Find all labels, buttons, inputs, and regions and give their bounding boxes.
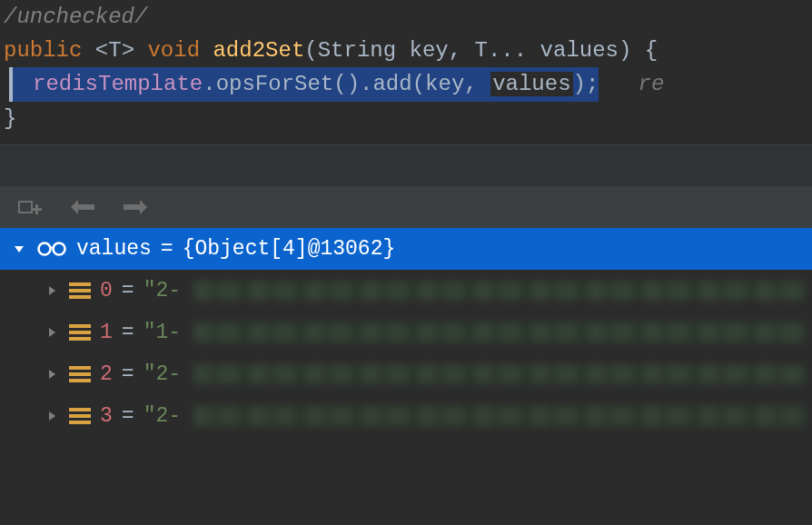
forward-arrow-icon[interactable] bbox=[122, 198, 151, 216]
debug-variables-panel[interactable]: values = {Object[4]@13062} 0 = "2- 1 = "… bbox=[0, 228, 812, 437]
collapse-arrow-icon[interactable] bbox=[11, 241, 27, 257]
array-index: 2 bbox=[100, 362, 113, 386]
array-icon bbox=[69, 408, 91, 424]
code-editor[interactable]: /unchecked/ public <T> void add2Set(Stri… bbox=[0, 0, 812, 135]
redacted-value bbox=[193, 281, 807, 301]
code-line-method-signature: public <T> void add2Set(String key, T...… bbox=[0, 34, 812, 67]
debug-array-item[interactable]: 2 = "2- bbox=[0, 353, 812, 395]
debug-toolbar bbox=[0, 186, 812, 228]
debug-array-item[interactable]: 0 = "2- bbox=[0, 270, 812, 312]
debug-var-root[interactable]: values = {Object[4]@13062} bbox=[0, 228, 812, 270]
redacted-value bbox=[193, 406, 807, 426]
equals-sign: = bbox=[161, 237, 173, 261]
debug-array-item[interactable]: 3 = "2- bbox=[0, 395, 812, 437]
debug-array-item[interactable]: 1 = "1- bbox=[0, 312, 812, 353]
panel-divider[interactable] bbox=[0, 144, 812, 186]
svg-point-3 bbox=[54, 243, 65, 254]
expand-arrow-icon[interactable] bbox=[44, 324, 60, 341]
string-prefix: "1- bbox=[144, 321, 181, 344]
string-prefix: "2- bbox=[144, 362, 181, 386]
redacted-value bbox=[193, 364, 807, 384]
redacted-value bbox=[193, 322, 807, 342]
var-name: values bbox=[76, 237, 152, 261]
expand-arrow-icon[interactable] bbox=[44, 282, 60, 299]
array-index: 3 bbox=[100, 404, 113, 428]
inline-hint: re bbox=[639, 72, 665, 96]
array-icon bbox=[69, 324, 91, 341]
array-icon bbox=[69, 282, 91, 299]
expand-arrow-icon[interactable] bbox=[44, 366, 60, 382]
expand-arrow-icon[interactable] bbox=[44, 408, 60, 424]
new-watch-icon[interactable] bbox=[16, 197, 42, 217]
code-line-brace: } bbox=[0, 102, 812, 135]
string-prefix: "2- bbox=[144, 404, 181, 428]
var-type: {Object[4]@13062} bbox=[183, 237, 396, 261]
code-comment: /unchecked/ bbox=[0, 0, 812, 34]
code-line-highlighted: redisTemplate.opsForSet().add(key, value… bbox=[0, 67, 812, 101]
glasses-icon bbox=[36, 241, 67, 257]
svg-rect-1 bbox=[35, 204, 38, 214]
string-prefix: "2- bbox=[144, 279, 181, 302]
array-index: 1 bbox=[100, 321, 113, 344]
back-arrow-icon[interactable] bbox=[67, 198, 96, 216]
array-index: 0 bbox=[100, 279, 113, 302]
svg-point-2 bbox=[39, 243, 51, 254]
array-icon bbox=[69, 366, 91, 382]
